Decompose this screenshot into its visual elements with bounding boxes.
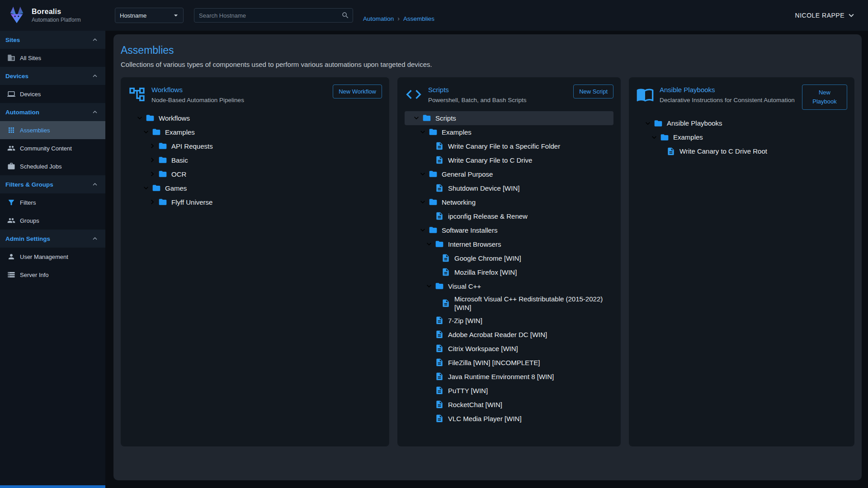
tree-folder-examples[interactable]: Examples: [636, 130, 847, 144]
chevron-down-icon[interactable]: [418, 127, 427, 136]
breadcrumb-assemblies[interactable]: Assemblies: [403, 15, 434, 22]
file-icon: [435, 141, 444, 150]
chevron-right-icon[interactable]: [148, 141, 157, 150]
chevron-up-icon[interactable]: [91, 180, 99, 188]
file-icon: [666, 147, 675, 156]
tree-item-label: Software Installers: [442, 225, 497, 236]
tree-file-google-chrome-win[interactable]: Google Chrome [WIN]: [405, 251, 613, 265]
chevron-down-icon[interactable]: [142, 183, 151, 192]
chevron-down-icon[interactable]: [418, 169, 427, 178]
sidebar-item-scheduled-jobs[interactable]: Scheduled Jobs: [0, 157, 105, 175]
search-icon[interactable]: [341, 11, 349, 19]
tree-item-label: Java Runtime Environment 8 [WIN]: [448, 371, 554, 383]
new-script-button[interactable]: New Script: [573, 84, 613, 99]
sidebar-section-label: Admin Settings: [5, 235, 50, 242]
sidebar-section-devices[interactable]: Devices: [0, 67, 105, 85]
tree-file-mozilla-firefox-win[interactable]: Mozilla Firefox [WIN]: [405, 265, 613, 279]
tree-file-vlc-media-player-win[interactable]: VLC Media Player [WIN]: [405, 412, 613, 426]
sidebar-item-all-sites[interactable]: All Sites: [0, 49, 105, 67]
workflows-card-header: WorkflowsNode-Based Automation Pipelines…: [128, 84, 382, 105]
chevron-down-icon[interactable]: [412, 113, 421, 122]
sidebar-section-automation[interactable]: Automation: [0, 103, 105, 121]
tree-file-microsoft-visual-c-redistributable-2015-2022-win[interactable]: Microsoft Visual C++ Redistributable (20…: [405, 293, 613, 314]
tree-file-java-runtime-environment-8-win[interactable]: Java Runtime Environment 8 [WIN]: [405, 370, 613, 384]
tree-folder-flyff-universe[interactable]: Flyff Universe: [128, 195, 382, 209]
sidebar-item-assemblies[interactable]: Assemblies: [0, 121, 105, 139]
tree-file-write-canary-to-c-drive-root[interactable]: Write Canary to C Drive Root: [636, 144, 847, 158]
sidebar-section-admin-settings[interactable]: Admin Settings: [0, 230, 105, 248]
sidebar-section-label: Devices: [5, 73, 28, 80]
tree-file-ipconfig-release-renew[interactable]: ipconfig Release & Renew: [405, 209, 613, 223]
tree-item-label: Citrix Workspace [WIN]: [448, 343, 518, 355]
sidebar-item-label: Server Info: [20, 272, 49, 278]
chevron-down-icon[interactable]: [425, 282, 434, 291]
sidebar-section-sites[interactable]: Sites: [0, 31, 105, 49]
folder-icon: [660, 133, 669, 142]
tree-folder-ansible-playbooks[interactable]: Ansible Playbooks: [636, 116, 847, 130]
tree-folder-ocr[interactable]: OCR: [128, 167, 382, 181]
chevron-up-icon[interactable]: [91, 235, 99, 243]
tree-file-rocketchat-win[interactable]: RocketChat [WIN]: [405, 398, 613, 412]
sidebar-item-community-content[interactable]: Community Content: [0, 139, 105, 157]
sidebar-item-filters[interactable]: Filters: [0, 193, 105, 211]
new-workflow-button[interactable]: New Workflow: [333, 84, 382, 99]
chevron-up-icon[interactable]: [91, 36, 99, 44]
chevron-right-icon[interactable]: [148, 197, 157, 206]
chevron-down-icon[interactable]: [135, 113, 144, 122]
chevron-right-icon[interactable]: [148, 169, 157, 178]
hostname-dropdown[interactable]: Hostname: [115, 8, 184, 23]
tree-folder-general-purpose[interactable]: General Purpose: [405, 167, 613, 181]
sidebar-item-groups[interactable]: Groups: [0, 211, 105, 230]
ansible-playbooks-card-header: Ansible PlaybooksDeclarative Instruction…: [636, 84, 847, 110]
sidebar-section-filters-groups[interactable]: Filters & Groups: [0, 175, 105, 193]
chevron-down-icon[interactable]: [142, 127, 151, 136]
tree-folder-examples[interactable]: Examples: [405, 125, 613, 139]
folder-icon: [158, 197, 167, 206]
tree-folder-visual-c[interactable]: Visual C++: [405, 279, 613, 293]
workflows-tree: WorkflowsExamplesAPI RequestsBasicOCRGam…: [128, 111, 382, 209]
tree-folder-workflows[interactable]: Workflows: [128, 111, 382, 125]
tree-file-shutdown-device-win[interactable]: Shutdown Device [WIN]: [405, 181, 613, 195]
user-menu[interactable]: NICOLE RAPPE: [795, 10, 856, 20]
chevron-spacer: [425, 330, 434, 339]
tree-folder-internet-browsers[interactable]: Internet Browsers: [405, 237, 613, 251]
community-icon: [7, 144, 15, 152]
sidebar-scrollbar[interactable]: [0, 485, 105, 488]
sidebar-item-server-info[interactable]: Server Info: [0, 266, 105, 284]
tree-folder-software-installers[interactable]: Software Installers: [405, 223, 613, 237]
search-input[interactable]: [194, 8, 353, 23]
tree-folder-examples[interactable]: Examples: [128, 125, 382, 139]
chevron-down-icon[interactable]: [418, 225, 427, 235]
tree-file-7-zip-win[interactable]: 7-Zip [WIN]: [405, 314, 613, 328]
tree-file-write-canary-file-to-c-drive[interactable]: Write Canary File to C Drive: [405, 153, 613, 167]
sidebar-item-devices[interactable]: Devices: [0, 85, 105, 103]
tree-file-write-canary-file-to-a-specific-folder[interactable]: Write Canary File to a Specific Folder: [405, 139, 613, 153]
tree-folder-networking[interactable]: Networking: [405, 195, 613, 209]
ansible-playbooks-card-titles: Ansible PlaybooksDeclarative Instruction…: [660, 84, 797, 105]
tree-item-label: Adobe Acrobat Reader DC [WIN]: [448, 329, 547, 341]
breadcrumb-automation[interactable]: Automation: [363, 15, 394, 22]
tree-file-filezilla-win-incomplete[interactable]: FileZilla [WIN] [INCOMPLETE]: [405, 356, 613, 370]
sidebar-item-user-management[interactable]: User Management: [0, 248, 105, 266]
chevron-up-icon[interactable]: [91, 72, 99, 80]
folder-icon: [429, 197, 438, 206]
tree-item-label: Write Canary File to a Specific Folder: [448, 141, 560, 152]
card-title: Workflows: [151, 86, 327, 94]
chevron-down-icon[interactable]: [425, 239, 434, 249]
file-icon: [441, 299, 450, 308]
chevron-down-icon[interactable]: [650, 133, 659, 142]
tree-item-label: Shutdown Device [WIN]: [448, 183, 519, 194]
tree-folder-api-requests[interactable]: API Requests: [128, 139, 382, 153]
tree-folder-scripts[interactable]: Scripts: [405, 111, 613, 125]
chevron-right-icon[interactable]: [148, 155, 157, 164]
new-playbook-button[interactable]: New Playbook: [802, 84, 847, 110]
chevron-down-icon[interactable]: [418, 197, 427, 206]
tree-folder-games[interactable]: Games: [128, 181, 382, 195]
tree-file-adobe-acrobat-reader-dc-win[interactable]: Adobe Acrobat Reader DC [WIN]: [405, 328, 613, 342]
tree-file-putty-win[interactable]: PuTTY [WIN]: [405, 384, 613, 398]
folder-icon: [158, 155, 167, 164]
tree-folder-basic[interactable]: Basic: [128, 153, 382, 167]
chevron-down-icon[interactable]: [643, 119, 652, 128]
chevron-up-icon[interactable]: [91, 108, 99, 116]
tree-file-citrix-workspace-win[interactable]: Citrix Workspace [WIN]: [405, 342, 613, 356]
